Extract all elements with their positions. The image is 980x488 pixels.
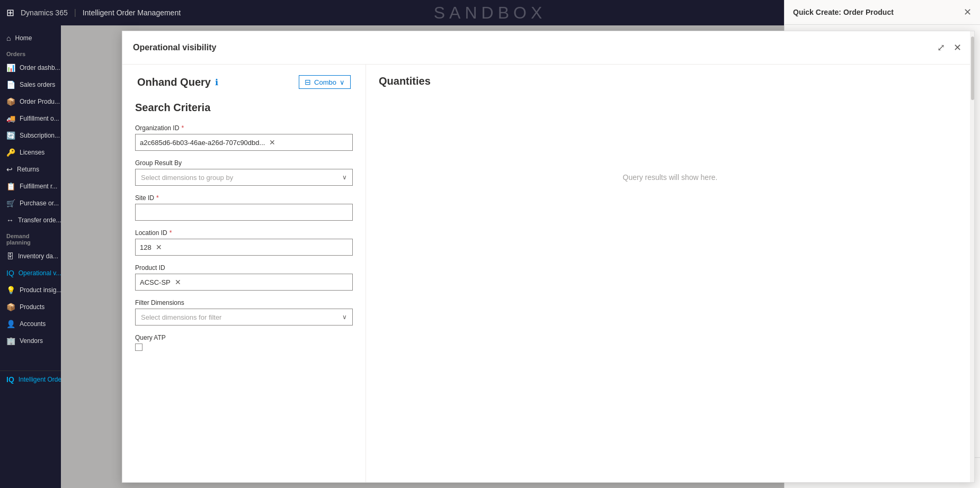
search-panel: Onhand Query ℹ ⊟ Combo ∨ Search Criteria xyxy=(122,65,366,482)
scrollbar-thumb[interactable] xyxy=(971,65,974,100)
order-dashboard-icon: 📊 xyxy=(6,64,15,72)
products-label: Products xyxy=(20,303,44,311)
order-products-label: Order Produ... xyxy=(20,98,60,105)
query-placeholder: Query results will show here. xyxy=(623,173,718,182)
module-name[interactable]: Intelligent Order Management xyxy=(83,8,181,17)
grid-icon[interactable]: ⊞ xyxy=(6,7,14,19)
org-id-clear[interactable]: ✕ xyxy=(269,138,275,147)
quick-create-close-button[interactable]: ✕ xyxy=(964,6,972,18)
returns-label: Returns xyxy=(17,166,39,173)
fulfillment-rules-icon: 📋 xyxy=(6,182,15,191)
products-icon: 📦 xyxy=(6,303,15,311)
sidebar-item-subscriptions[interactable]: 🔄 Subscription... xyxy=(0,127,61,144)
filter-dimensions-placeholder: Select dimensions for filter xyxy=(141,313,221,321)
site-id-input[interactable] xyxy=(135,204,353,221)
purchase-orders-icon: 🛒 xyxy=(6,199,15,207)
purchase-orders-label: Purchase or... xyxy=(20,200,59,207)
sales-orders-label: Sales orders xyxy=(20,81,55,88)
org-id-label: Organization ID * xyxy=(135,124,353,132)
group-result-group: Group Result By Select dimensions to gro… xyxy=(135,159,353,186)
combo-chevron-icon: ∨ xyxy=(340,78,345,86)
dialog-scrollbar[interactable] xyxy=(970,65,974,482)
accounts-label: Accounts xyxy=(20,320,46,328)
sales-orders-icon: 📄 xyxy=(6,80,15,89)
onhand-query-header: Onhand Query ℹ ⊟ Combo ∨ xyxy=(135,75,353,89)
sidebar-item-vendors[interactable]: 🏢 Vendors xyxy=(0,332,61,349)
top-bar-separator: | xyxy=(74,8,76,17)
operational-label: Operational v... xyxy=(19,269,61,277)
expand-button[interactable]: ⤢ xyxy=(935,40,947,56)
demand-planning-label: Demand planning xyxy=(0,229,61,248)
combo-button[interactable]: ⊟ Combo ∨ xyxy=(299,75,351,89)
combo-icon: ⊟ xyxy=(305,78,311,86)
dialog-header-actions: ⤢ ✕ xyxy=(935,40,964,56)
location-id-group: Location ID * 128 ✕ xyxy=(135,229,353,256)
sidebar-item-intelligent-order[interactable]: IQ Intelligent Order ... xyxy=(0,370,61,388)
home-label: Home xyxy=(15,34,32,42)
dialog-body: Onhand Query ℹ ⊟ Combo ∨ Search Criteria xyxy=(122,65,974,482)
org-id-group: Organization ID * a2c685d6-6b03-46ae-a26… xyxy=(135,124,353,151)
filter-dimensions-label: Filter Dimensions xyxy=(135,299,353,306)
sidebar-item-order-products[interactable]: 📦 Order Produ... xyxy=(0,93,61,110)
location-id-clear[interactable]: ✕ xyxy=(156,243,162,251)
product-id-input[interactable]: ACSC-SP ✕ xyxy=(135,274,353,291)
inventory-icon: 🗄 xyxy=(6,252,14,260)
sidebar-item-product-insights[interactable]: 💡 Product insig... xyxy=(0,282,61,299)
io-label: Intelligent Order ... xyxy=(19,376,61,383)
group-result-label: Group Result By xyxy=(135,159,353,167)
group-result-select[interactable]: Select dimensions to group by ∨ xyxy=(135,169,353,186)
transfer-orders-icon: ↔ xyxy=(6,216,14,224)
main-content: Operational visibility ⤢ ✕ Onhand Query xyxy=(61,25,980,488)
site-id-group: Site ID * xyxy=(135,194,353,221)
quick-create-header: Quick Create: Order Product ✕ xyxy=(785,0,980,25)
operational-visibility-dialog: Operational visibility ⤢ ✕ Onhand Query xyxy=(122,31,975,483)
org-id-input[interactable]: a2c685d6-6b03-46ae-a26d-707c90dbd... ✕ xyxy=(135,134,353,151)
filter-dimensions-chevron-icon: ∨ xyxy=(342,313,347,321)
app-name[interactable]: Dynamics 365 xyxy=(21,8,68,17)
sidebar-item-fulfillment[interactable]: 🚚 Fulfillment o... xyxy=(0,110,61,127)
vendors-label: Vendors xyxy=(20,337,43,345)
sidebar-item-returns[interactable]: ↩ Returns xyxy=(0,161,61,178)
sidebar-item-licenses[interactable]: 🔑 Licenses xyxy=(0,144,61,161)
sidebar-item-transfer-orders[interactable]: ↔ Transfer orde... xyxy=(0,212,61,229)
location-id-input[interactable]: 128 ✕ xyxy=(135,239,353,256)
vendors-icon: 🏢 xyxy=(6,337,15,345)
info-icon[interactable]: ℹ xyxy=(215,77,218,87)
fulfillment-label: Fulfillment o... xyxy=(20,115,59,122)
sidebar-item-fulfillment-rules[interactable]: 📋 Fulfillment r... xyxy=(0,178,61,195)
location-id-label: Location ID * xyxy=(135,229,353,237)
query-atp-group: Query ATP xyxy=(135,334,353,351)
onhand-query-title: Onhand Query ℹ xyxy=(137,76,218,88)
site-id-required: * xyxy=(156,194,159,202)
query-atp-label: Query ATP xyxy=(135,334,353,341)
sidebar-item-operational[interactable]: IQ Operational v... xyxy=(0,265,61,282)
fulfillment-icon: 🚚 xyxy=(6,114,15,123)
sandbox-watermark: SANDBOX xyxy=(434,3,546,23)
sidebar-item-inventory-data[interactable]: 🗄 Inventory da... xyxy=(0,248,61,265)
sidebar-item-home[interactable]: ⌂ Home xyxy=(0,30,61,47)
inventory-label: Inventory da... xyxy=(18,252,58,260)
licenses-label: Licenses xyxy=(20,149,44,156)
quantities-panel: Quantities Query results will show here. xyxy=(366,65,974,482)
sidebar-item-sales-orders[interactable]: 📄 Sales orders xyxy=(0,76,61,93)
subscriptions-icon: 🔄 xyxy=(6,131,15,140)
quick-create-title: Quick Create: Order Product xyxy=(793,8,894,16)
dialog-close-button[interactable]: ✕ xyxy=(951,40,964,56)
sidebar-item-purchase-orders[interactable]: 🛒 Purchase or... xyxy=(0,195,61,212)
order-dashboard-label: Order dashb... xyxy=(20,64,60,71)
product-id-label: Product ID xyxy=(135,264,353,272)
query-atp-checkbox[interactable] xyxy=(135,344,142,351)
subscriptions-label: Subscription... xyxy=(20,132,60,139)
site-id-label: Site ID * xyxy=(135,194,353,202)
dialog-title: Operational visibility xyxy=(133,43,216,52)
product-id-clear[interactable]: ✕ xyxy=(175,278,181,286)
home-icon: ⌂ xyxy=(6,34,11,42)
group-result-chevron-icon: ∨ xyxy=(342,174,347,181)
dialog-header: Operational visibility ⤢ ✕ xyxy=(122,31,974,65)
sidebar-item-accounts[interactable]: 👤 Accounts xyxy=(0,315,61,332)
site-id-field[interactable] xyxy=(141,209,347,216)
sidebar-item-order-dashboard[interactable]: 📊 Order dashb... xyxy=(0,59,61,76)
sidebar-item-products[interactable]: 📦 Products xyxy=(0,299,61,315)
filter-dimensions-select[interactable]: Select dimensions for filter ∨ xyxy=(135,309,353,326)
order-products-icon: 📦 xyxy=(6,97,15,106)
